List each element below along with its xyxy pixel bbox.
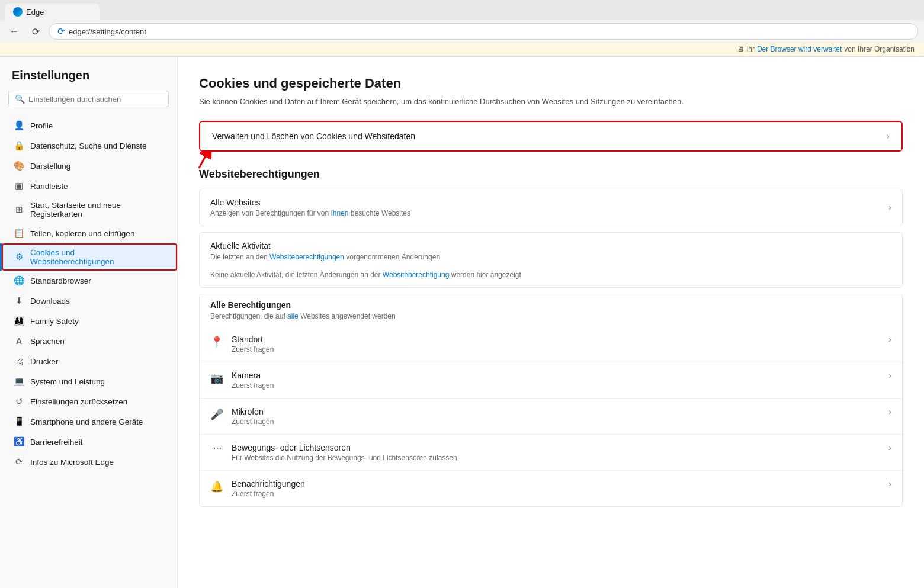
accessibility-icon: ♿ (14, 436, 24, 447)
browser-icon: 🌐 (14, 275, 24, 286)
aktuelle-aktivitaet-card: Aktuelle Aktivität Die letzten an den We… (199, 232, 903, 288)
chevron-right-icon: › (888, 443, 891, 452)
standort-sub: Zuerst fragen (232, 345, 880, 354)
permission-standort-row[interactable]: 📍 Standort Zuerst fragen › (200, 326, 902, 362)
sidebar-item-profile[interactable]: 👤 Profile (0, 115, 177, 136)
sidebar-item-sprachen[interactable]: A Sprachen (0, 331, 177, 351)
sidebar-item-reset[interactable]: ↺ Einstellungen zurücksetzen (0, 391, 177, 412)
sidebar-item-label: Profile (30, 121, 53, 130)
language-icon: A (14, 336, 24, 346)
alle-websites-link[interactable]: Ihnen (331, 209, 348, 217)
reload-button[interactable]: ⟳ (27, 23, 44, 40)
managed-text-before: Ihr (746, 45, 755, 53)
address-text: edge://settings/content (69, 27, 146, 36)
settings-content: Cookies und gespeicherte Daten Sie könne… (178, 57, 924, 588)
privacy-icon: 🔒 (14, 140, 24, 151)
standort-content: Standort Zuerst fragen (232, 335, 880, 354)
location-icon: 📍 (210, 336, 223, 349)
active-tab[interactable]: Edge (5, 4, 100, 20)
search-icon: 🔍 (15, 94, 25, 104)
sidebar-item-downloads[interactable]: ⬇ Downloads (0, 291, 177, 311)
alle-websites-card: Alle Websites Anzeigen von Berechtigunge… (199, 189, 903, 226)
alle-berechtigungen-card: Alle Berechtigungen Berechtigungen, die … (199, 294, 903, 507)
sidebar-item-randleiste[interactable]: ▣ Randleiste (0, 176, 177, 196)
websiteberechtigungen-link[interactable]: Websiteberechtigungen (270, 253, 344, 261)
alle-berechtigungen-title: Alle Berechtigungen (200, 294, 902, 312)
camera-icon: 📷 (210, 372, 223, 385)
sidebar-item-label: Start, Startseite und neue Registerkarte… (30, 201, 165, 219)
microphone-icon: 🎤 (210, 408, 223, 421)
permission-mikrofon-row[interactable]: 🎤 Mikrofon Zuerst fragen › (200, 399, 902, 435)
websiteberechtigung-link[interactable]: Websiteberechtigung (383, 271, 450, 279)
bewegung-title: Bewegungs- oder Lichtsensoren (232, 443, 880, 452)
appearance-icon: 🎨 (14, 160, 24, 171)
chevron-right-icon: › (888, 371, 891, 380)
chevron-right-icon: › (888, 203, 891, 212)
search-input[interactable] (28, 95, 162, 104)
sidebar-item-label: System und Leistung (30, 377, 105, 386)
managed-link[interactable]: Der Browser wird verwaltet (757, 45, 842, 53)
address-bar-row: ← ⟳ ⟳ edge://settings/content (0, 20, 924, 43)
chevron-right-icon: › (888, 479, 891, 489)
sidebar-item-label: Standardbrowser (30, 277, 91, 285)
alle-websites-row[interactable]: Alle Websites Anzeigen von Berechtigunge… (200, 189, 902, 226)
sidebar-item-drucker[interactable]: 🖨 Drucker (0, 351, 177, 371)
profile-icon: 👤 (14, 120, 24, 131)
tab-bar: Edge (0, 0, 924, 20)
sidebar-item-label: Einstellungen zurücksetzen (30, 397, 127, 406)
sidebar-panel-icon: ▣ (14, 181, 24, 191)
standort-title: Standort (232, 335, 880, 344)
sidebar-search-box[interactable]: 🔍 (8, 91, 169, 107)
managed-bar: 🖥 Ihr Der Browser wird verwaltet von Ihr… (0, 43, 924, 56)
mobile-icon: 📱 (14, 416, 24, 427)
sidebar-item-smartphone[interactable]: 📱 Smartphone und andere Geräte (0, 412, 177, 432)
sidebar-item-barrierefreiheit[interactable]: ♿ Barrierefreiheit (0, 432, 177, 452)
share-icon: 📋 (14, 228, 24, 239)
cookies-manage-box: Verwalten und Löschen von Cookies und We… (199, 121, 903, 152)
benachrichtigungen-title: Benachrichtigungen (232, 479, 880, 489)
chevron-right-icon: › (887, 131, 890, 141)
permission-benachrichtigungen-row[interactable]: 🔔 Benachrichtigungen Zuerst fragen › (200, 471, 902, 506)
sidebar-item-infos[interactable]: ⟳ Infos zu Microsoft Edge (0, 452, 177, 472)
permission-kamera-row[interactable]: 📷 Kamera Zuerst fragen › (200, 362, 902, 399)
sidebar-item-label: Family Safety (30, 317, 79, 326)
sidebar-item-datenschutz[interactable]: 🔒 Datenschutz, Suche und Dienste (0, 136, 177, 156)
alle-websites-link2[interactable]: alle (287, 312, 299, 320)
edge-address-icon: ⟳ (57, 26, 65, 37)
manage-cookies-button[interactable]: Verwalten und Löschen von Cookies und We… (200, 122, 901, 150)
aktuelle-aktivitaet-desc: Die letzten an den Websiteberechtigungen… (200, 253, 902, 266)
sidebar-item-label: Sprachen (30, 337, 65, 346)
address-bar[interactable]: ⟳ edge://settings/content (49, 23, 918, 40)
alle-berechtigungen-desc: Berechtigungen, die auf alle Websites an… (200, 312, 902, 326)
managed-icon: 🖥 (737, 45, 744, 53)
family-icon: 👨‍👩‍👧 (14, 316, 24, 326)
sidebar-item-label: Darstellung (30, 162, 70, 171)
back-button[interactable]: ← (6, 23, 23, 40)
sidebar-item-label: Smartphone und andere Geräte (30, 417, 143, 426)
info-icon: ⟳ (14, 457, 24, 467)
mikrofon-content: Mikrofon Zuerst fragen (232, 407, 880, 426)
start-icon: ⊞ (14, 204, 24, 215)
sidebar-item-standardbrowser[interactable]: 🌐 Standardbrowser (0, 271, 177, 291)
permission-bewegung-row[interactable]: 〰 Bewegungs- oder Lichtsensoren Für Webs… (200, 435, 902, 471)
page-description: Sie können Cookies und Daten auf Ihrem G… (199, 96, 903, 108)
sidebar-item-darstellung[interactable]: 🎨 Darstellung (0, 156, 177, 176)
notification-icon: 🔔 (210, 480, 223, 493)
manage-cookies-section: Verwalten und Löschen von Cookies und We… (199, 121, 903, 152)
sidebar-item-family[interactable]: 👨‍👩‍👧 Family Safety (0, 311, 177, 331)
sidebar-item-label: Barrierefreiheit (30, 438, 83, 446)
benachrichtigungen-sub: Zuerst fragen (232, 490, 880, 498)
bewegung-content: Bewegungs- oder Lichtsensoren Für Websit… (232, 443, 880, 462)
sidebar-item-cookies[interactable]: ⚙ Cookies undWebsiteberechtigungen (0, 243, 177, 271)
sidebar-item-system[interactable]: 💻 System und Leistung (0, 371, 177, 391)
kamera-title: Kamera (232, 371, 880, 380)
sidebar-item-label: Downloads (30, 297, 70, 306)
aktuelle-aktivitaet-title: Aktuelle Aktivität (200, 233, 902, 253)
sidebar-item-start[interactable]: ⊞ Start, Startseite und neue Registerkar… (0, 196, 177, 223)
sidebar-title: Einstellungen (0, 69, 177, 91)
managed-text-after: von Ihrer Organisation (844, 45, 915, 53)
sidebar: Einstellungen 🔍 👤 Profile 🔒 Datenschutz,… (0, 57, 178, 588)
sidebar-item-teilen[interactable]: 📋 Teilen, kopieren und einfügen (0, 223, 177, 243)
chevron-right-icon: › (888, 335, 891, 344)
sidebar-item-label: Cookies undWebsiteberechtigungen (30, 248, 114, 266)
